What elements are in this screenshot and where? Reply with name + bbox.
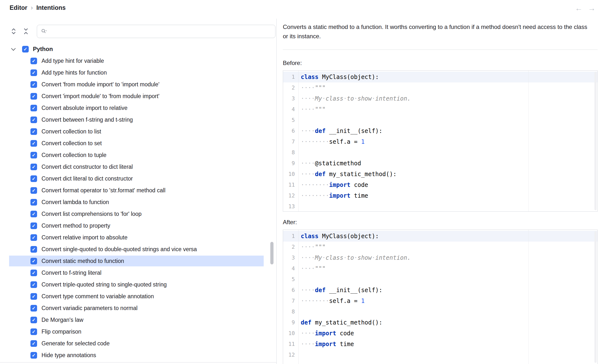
code-line: 13: [283, 201, 597, 212]
back-arrow-icon[interactable]: ←: [575, 4, 583, 13]
code-line: 1class MyClass(object):: [283, 231, 597, 242]
item-checkbox[interactable]: ✓: [30, 305, 37, 312]
item-checkbox[interactable]: ✓: [30, 152, 37, 158]
list-item[interactable]: ✓Convert lambda to function: [0, 196, 276, 208]
list-item[interactable]: ✓Convert collection to set: [0, 137, 276, 149]
list-item[interactable]: ✓Convert 'import module' to 'from module…: [0, 90, 276, 102]
expand-all-icon[interactable]: [10, 27, 17, 35]
list-item[interactable]: ✓Convert format operator to 'str.format'…: [0, 184, 276, 196]
item-label: Generate for selected code: [41, 340, 109, 347]
item-checkbox[interactable]: ✓: [30, 281, 37, 288]
breadcrumb-intentions: Intentions: [36, 4, 66, 11]
list-item[interactable]: ✓Convert 'from module import' to 'import…: [0, 78, 276, 90]
list-item[interactable]: ✓Convert dict constructor to dict litera…: [0, 161, 276, 173]
breadcrumb-editor[interactable]: Editor: [10, 4, 27, 11]
item-checkbox[interactable]: ✓: [30, 140, 37, 147]
chevron-down-icon[interactable]: [11, 46, 15, 51]
item-checkbox[interactable]: ✓: [30, 222, 37, 229]
search-field[interactable]: [37, 25, 275, 38]
item-checkbox[interactable]: ✓: [30, 340, 37, 347]
item-checkbox[interactable]: ✓: [30, 58, 37, 64]
item-checkbox[interactable]: ✓: [30, 93, 37, 100]
list-scrollbar-thumb[interactable]: [270, 242, 274, 264]
list-item[interactable]: ✓Hide type annotations: [0, 349, 276, 361]
item-checkbox[interactable]: ✓: [30, 270, 37, 276]
list-item[interactable]: ✓Add type hint for variable: [0, 55, 276, 67]
list-item[interactable]: ✓Convert list comprehensions to 'for' lo…: [0, 208, 276, 220]
list-item[interactable]: ✓Convert type comment to variable annota…: [0, 290, 276, 302]
list-item[interactable]: ✓De Morgan's law: [0, 314, 276, 326]
item-checkbox[interactable]: ✓: [30, 211, 37, 217]
list-item[interactable]: ✓Flip comparison: [0, 326, 276, 338]
list-item[interactable]: ✓Convert variadic parameters to normal: [0, 302, 276, 314]
list-item[interactable]: ✓Convert relative import to absolute: [0, 232, 276, 243]
code-line: 4····""": [283, 104, 597, 115]
list-item[interactable]: ✓Convert collection to tuple: [0, 149, 276, 161]
item-label: Convert static method to function: [41, 258, 124, 264]
after-editor-scrollbar[interactable]: [594, 231, 597, 363]
item-checkbox[interactable]: ✓: [30, 81, 37, 88]
item-checkbox[interactable]: ✓: [30, 234, 37, 241]
forward-arrow-icon[interactable]: →: [588, 4, 596, 13]
item-label: Add type hint for variable: [41, 58, 104, 64]
line-number: 11: [283, 339, 298, 350]
list-item[interactable]: ✓Convert absolute import to relative: [0, 102, 276, 114]
code-line: 12········import time: [283, 190, 597, 201]
code-line: 9····@staticmethod: [283, 158, 597, 169]
item-checkbox[interactable]: ✓: [30, 105, 37, 111]
list-item[interactable]: ✓Convert static method to function: [0, 255, 276, 267]
item-checkbox[interactable]: ✓: [30, 328, 37, 335]
item-checkbox[interactable]: ✓: [30, 246, 37, 253]
before-editor-scrollbar[interactable]: [594, 72, 597, 210]
list-item[interactable]: ✓Convert method to property: [0, 220, 276, 232]
gutter-divider: [298, 230, 299, 364]
code-line: 5: [283, 274, 597, 285]
list-item[interactable]: ✓Convert single-quoted to double-quoted …: [0, 243, 276, 255]
line-number: 11: [283, 180, 298, 190]
line-number: 2: [283, 242, 298, 252]
search-input[interactable]: [49, 28, 271, 35]
item-checkbox[interactable]: ✓: [30, 128, 37, 135]
code-line: 1class MyClass(object):: [283, 72, 597, 82]
item-checkbox[interactable]: ✓: [30, 175, 37, 182]
tree-root-row-python[interactable]: ✓ Python: [0, 43, 276, 55]
code-line: 3····My·class·to·show·intention.: [283, 93, 597, 104]
item-checkbox[interactable]: ✓: [30, 164, 37, 170]
code-line: 4····""": [283, 263, 597, 274]
item-label: Convert variadic parameters to normal: [41, 305, 137, 312]
line-number: 6: [283, 285, 298, 296]
python-checkbox[interactable]: ✓: [22, 46, 29, 52]
line-number: 4: [283, 263, 298, 274]
item-label: Convert between f-string and t-string: [41, 117, 133, 123]
list-item[interactable]: ✓Convert triple-quoted string to single-…: [0, 279, 276, 290]
item-checkbox[interactable]: ✓: [30, 69, 37, 76]
item-checkbox[interactable]: ✓: [30, 293, 37, 300]
code-line: 6····def __init__(self):: [283, 285, 597, 296]
item-checkbox[interactable]: ✓: [30, 258, 37, 264]
item-checkbox[interactable]: ✓: [30, 352, 37, 359]
list-item[interactable]: ✓Convert dict literal to dict constructo…: [0, 173, 276, 184]
item-checkbox[interactable]: ✓: [30, 317, 37, 323]
after-code-editor: 1class MyClass(object):2····"""3····My·c…: [283, 230, 598, 364]
item-label: Convert triple-quoted string to single-q…: [41, 281, 167, 288]
item-label: De Morgan's law: [41, 317, 83, 323]
list-item[interactable]: ✓Convert between f-string and t-string: [0, 114, 276, 126]
list-item[interactable]: ✓Convert collection to list: [0, 126, 276, 137]
line-number: 5: [283, 274, 298, 285]
list-item[interactable]: ✓Convert to f-string literal: [0, 267, 276, 279]
item-label: Convert to f-string literal: [41, 270, 101, 276]
list-item[interactable]: ✓Add type hints for function: [0, 67, 276, 78]
item-label: Convert list comprehensions to 'for' loo…: [41, 211, 142, 217]
item-checkbox[interactable]: ✓: [30, 117, 37, 123]
line-number: 10: [283, 169, 298, 180]
list-item[interactable]: ✓Generate for selected code: [0, 338, 276, 349]
item-label: Hide type annotations: [41, 352, 96, 359]
before-code-editor: 1class MyClass(object):2····"""3····My·c…: [283, 70, 598, 212]
item-checkbox[interactable]: ✓: [30, 187, 37, 194]
item-checkbox[interactable]: ✓: [30, 199, 37, 206]
line-number: 9: [283, 317, 298, 328]
intention-description: Converts a static method to a function. …: [283, 22, 588, 41]
collapse-all-icon[interactable]: [22, 27, 29, 35]
code-line: 10····def my_static_method():: [283, 169, 597, 180]
left-panel-bottom-divider: [0, 362, 276, 363]
